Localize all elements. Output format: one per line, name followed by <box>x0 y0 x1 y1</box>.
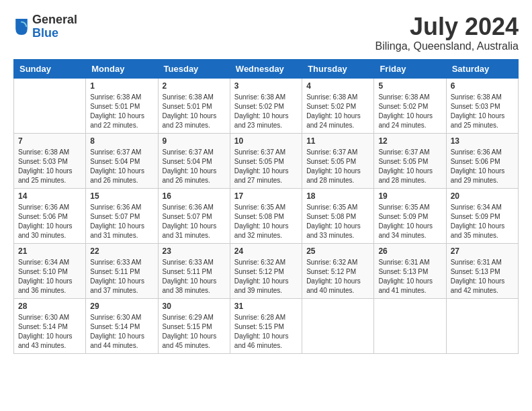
calendar-day-cell: 6 Sunrise: 6:38 AM Sunset: 5:03 PM Dayli… <box>446 78 518 133</box>
sunrise-text: Sunrise: 6:38 AM <box>451 93 514 102</box>
day-info: Sunrise: 6:35 AM Sunset: 5:09 PM Dayligh… <box>378 203 441 240</box>
day-info: Sunrise: 6:32 AM Sunset: 5:12 PM Dayligh… <box>306 258 369 295</box>
location: Bilinga, Queensland, Australia <box>375 40 519 52</box>
calendar-week-row: 7 Sunrise: 6:38 AM Sunset: 5:03 PM Dayli… <box>14 133 519 188</box>
day-info: Sunrise: 6:33 AM Sunset: 5:11 PM Dayligh… <box>90 258 153 295</box>
day-info: Sunrise: 6:38 AM Sunset: 5:01 PM Dayligh… <box>90 93 153 130</box>
daylight-text: Daylight: 10 hours and 26 minutes. <box>90 167 153 185</box>
day-number: 13 <box>451 136 514 146</box>
sunrise-text: Sunrise: 6:38 AM <box>378 93 441 102</box>
sunset-text: Sunset: 5:12 PM <box>234 267 298 277</box>
sunset-text: Sunset: 5:07 PM <box>163 212 226 222</box>
calendar-day-cell: 8 Sunrise: 6:37 AM Sunset: 5:04 PM Dayli… <box>86 133 158 188</box>
day-number: 20 <box>451 191 514 201</box>
sunrise-text: Sunrise: 6:28 AM <box>234 313 298 322</box>
calendar-day-cell: 7 Sunrise: 6:38 AM Sunset: 5:03 PM Dayli… <box>14 133 86 188</box>
daylight-text: Daylight: 10 hours and 36 minutes. <box>18 277 81 295</box>
day-info: Sunrise: 6:37 AM Sunset: 5:05 PM Dayligh… <box>306 148 369 185</box>
sunset-text: Sunset: 5:14 PM <box>90 322 153 332</box>
weekday-header: Friday <box>374 59 446 78</box>
sunrise-text: Sunrise: 6:37 AM <box>234 148 298 157</box>
sunrise-text: Sunrise: 6:38 AM <box>18 148 81 157</box>
sunset-text: Sunset: 5:02 PM <box>234 102 298 111</box>
calendar-day-cell: 3 Sunrise: 6:38 AM Sunset: 5:02 PM Dayli… <box>230 78 302 133</box>
sunset-text: Sunset: 5:06 PM <box>451 157 514 167</box>
calendar-day-cell: 17 Sunrise: 6:35 AM Sunset: 5:08 PM Dayl… <box>230 188 302 243</box>
sunset-text: Sunset: 5:14 PM <box>18 322 81 332</box>
day-number: 14 <box>18 191 81 201</box>
sunrise-text: Sunrise: 6:35 AM <box>378 203 441 212</box>
day-number: 25 <box>306 246 369 256</box>
sunset-text: Sunset: 5:05 PM <box>378 157 441 167</box>
calendar-day-cell: 24 Sunrise: 6:32 AM Sunset: 5:12 PM Dayl… <box>230 243 302 298</box>
weekday-header: Tuesday <box>158 59 230 78</box>
day-number: 3 <box>234 81 298 91</box>
sunrise-text: Sunrise: 6:38 AM <box>306 93 369 102</box>
daylight-text: Daylight: 10 hours and 25 minutes. <box>451 111 514 130</box>
daylight-text: Daylight: 10 hours and 28 minutes. <box>378 167 441 185</box>
sunrise-text: Sunrise: 6:36 AM <box>18 203 81 212</box>
calendar-day-cell <box>14 78 86 133</box>
daylight-text: Daylight: 10 hours and 31 minutes. <box>90 222 153 240</box>
calendar-day-cell: 25 Sunrise: 6:32 AM Sunset: 5:12 PM Dayl… <box>302 243 374 298</box>
daylight-text: Daylight: 10 hours and 35 minutes. <box>451 222 514 240</box>
calendar-day-cell: 30 Sunrise: 6:29 AM Sunset: 5:15 PM Dayl… <box>158 298 230 353</box>
day-number: 1 <box>90 81 153 91</box>
day-info: Sunrise: 6:32 AM Sunset: 5:12 PM Dayligh… <box>234 258 298 295</box>
day-number: 8 <box>90 136 153 146</box>
logo-text: General Blue <box>32 13 77 40</box>
calendar-day-cell: 1 Sunrise: 6:38 AM Sunset: 5:01 PM Dayli… <box>86 78 158 133</box>
day-info: Sunrise: 6:31 AM Sunset: 5:13 PM Dayligh… <box>451 258 514 295</box>
sunset-text: Sunset: 5:13 PM <box>451 267 514 277</box>
day-number: 4 <box>306 81 369 91</box>
day-info: Sunrise: 6:37 AM Sunset: 5:04 PM Dayligh… <box>90 148 153 185</box>
weekday-header: Saturday <box>446 59 518 78</box>
day-info: Sunrise: 6:35 AM Sunset: 5:08 PM Dayligh… <box>306 203 369 240</box>
day-info: Sunrise: 6:37 AM Sunset: 5:04 PM Dayligh… <box>163 148 226 185</box>
sunset-text: Sunset: 5:01 PM <box>163 102 226 111</box>
day-number: 19 <box>378 191 441 201</box>
daylight-text: Daylight: 10 hours and 39 minutes. <box>234 277 298 295</box>
weekday-header: Thursday <box>302 59 374 78</box>
calendar-day-cell: 11 Sunrise: 6:37 AM Sunset: 5:05 PM Dayl… <box>302 133 374 188</box>
sunset-text: Sunset: 5:05 PM <box>234 157 298 167</box>
day-info: Sunrise: 6:34 AM Sunset: 5:09 PM Dayligh… <box>451 203 514 240</box>
calendar-day-cell: 13 Sunrise: 6:36 AM Sunset: 5:06 PM Dayl… <box>446 133 518 188</box>
day-info: Sunrise: 6:36 AM Sunset: 5:06 PM Dayligh… <box>18 203 81 240</box>
sunrise-text: Sunrise: 6:38 AM <box>234 93 298 102</box>
daylight-text: Daylight: 10 hours and 45 minutes. <box>163 332 226 351</box>
sunrise-text: Sunrise: 6:38 AM <box>163 93 226 102</box>
day-number: 16 <box>163 191 226 201</box>
sunrise-text: Sunrise: 6:31 AM <box>378 258 441 267</box>
sunset-text: Sunset: 5:03 PM <box>451 102 514 111</box>
day-info: Sunrise: 6:29 AM Sunset: 5:15 PM Dayligh… <box>163 313 226 351</box>
day-info: Sunrise: 6:35 AM Sunset: 5:08 PM Dayligh… <box>234 203 298 240</box>
daylight-text: Daylight: 10 hours and 23 minutes. <box>234 111 298 130</box>
daylight-text: Daylight: 10 hours and 41 minutes. <box>378 277 441 295</box>
day-info: Sunrise: 6:30 AM Sunset: 5:14 PM Dayligh… <box>18 313 81 351</box>
calendar-day-cell: 2 Sunrise: 6:38 AM Sunset: 5:01 PM Dayli… <box>158 78 230 133</box>
day-number: 15 <box>90 191 153 201</box>
day-info: Sunrise: 6:33 AM Sunset: 5:11 PM Dayligh… <box>163 258 226 295</box>
sunset-text: Sunset: 5:06 PM <box>18 212 81 222</box>
day-number: 12 <box>378 136 441 146</box>
sunset-text: Sunset: 5:09 PM <box>378 212 441 222</box>
day-info: Sunrise: 6:28 AM Sunset: 5:15 PM Dayligh… <box>234 313 298 351</box>
weekday-header-row: SundayMondayTuesdayWednesdayThursdayFrid… <box>14 59 519 78</box>
day-info: Sunrise: 6:30 AM Sunset: 5:14 PM Dayligh… <box>90 313 153 351</box>
calendar-day-cell: 22 Sunrise: 6:33 AM Sunset: 5:11 PM Dayl… <box>86 243 158 298</box>
day-number: 9 <box>163 136 226 146</box>
daylight-text: Daylight: 10 hours and 24 minutes. <box>378 111 441 130</box>
day-info: Sunrise: 6:38 AM Sunset: 5:01 PM Dayligh… <box>163 93 226 130</box>
day-number: 11 <box>306 136 369 146</box>
daylight-text: Daylight: 10 hours and 44 minutes. <box>90 332 153 351</box>
sunrise-text: Sunrise: 6:32 AM <box>306 258 369 267</box>
calendar-day-cell: 14 Sunrise: 6:36 AM Sunset: 5:06 PM Dayl… <box>14 188 86 243</box>
daylight-text: Daylight: 10 hours and 24 minutes. <box>306 111 369 130</box>
sunset-text: Sunset: 5:02 PM <box>378 102 441 111</box>
calendar-day-cell: 15 Sunrise: 6:36 AM Sunset: 5:07 PM Dayl… <box>86 188 158 243</box>
calendar-week-row: 21 Sunrise: 6:34 AM Sunset: 5:10 PM Dayl… <box>14 243 519 298</box>
day-info: Sunrise: 6:36 AM Sunset: 5:06 PM Dayligh… <box>451 148 514 185</box>
logo-icon <box>13 17 30 36</box>
sunrise-text: Sunrise: 6:35 AM <box>306 203 369 212</box>
